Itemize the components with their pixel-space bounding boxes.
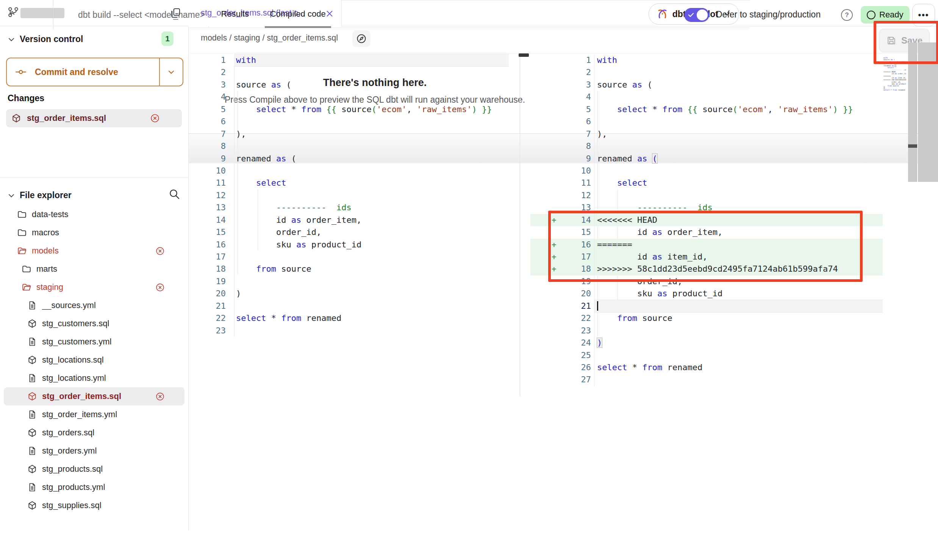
file-item-stg_products.yml[interactable]: stg_products.yml [4,478,184,496]
code-line[interactable]: 5 select * from {{ source('ecom', 'raw_i… [530,103,883,116]
code-line[interactable]: 22select * from renamed [188,312,509,324]
commit-and-resolve-main[interactable]: Commit and resolve [7,58,159,86]
file-item-stg_customers.yml[interactable]: stg_customers.yml [4,333,184,351]
code-line[interactable]: 23 [530,325,883,337]
code-line[interactable]: 25 [530,349,883,361]
commit-and-resolve-button[interactable]: Commit and resolve [6,58,183,86]
help-icon[interactable]: ? [841,9,853,21]
code-line[interactable]: 27 [530,374,883,386]
code-line[interactable]: 4 [530,91,883,103]
code-line[interactable]: 21 [530,300,883,312]
file-item-macros[interactable]: macros [4,224,184,242]
code-line[interactable]: 8 [530,140,883,152]
code-line[interactable]: 13 ---------- ids [530,202,883,214]
more-options-button[interactable]: ••• [912,4,935,27]
code-line[interactable]: +17 id as item_id, [530,251,883,263]
command-input[interactable] [57,2,609,27]
file-item-stg_orders.sql[interactable]: stg_orders.sql [4,424,184,442]
code-line[interactable]: 3source as ( [530,79,883,91]
file-item-stg_order_items.yml[interactable]: stg_order_items.yml [4,405,184,424]
code-line[interactable]: 22 from source [530,312,883,324]
code-line[interactable]: 17 [188,251,509,263]
chevron-down-icon[interactable] [7,35,16,44]
code-line[interactable]: 12 [188,189,509,202]
file-item-stg_products.sql[interactable]: stg_products.sql [4,460,184,478]
line-number: 22 [563,312,591,324]
lineage-icon[interactable] [352,30,371,47]
doc-icon [27,482,37,492]
code-line[interactable]: 6 [188,116,509,128]
code-line[interactable]: 9renamed as ( [530,153,883,165]
file-item-stg_locations.sql[interactable]: stg_locations.sql [4,351,184,369]
code-line[interactable]: 10 [530,165,883,177]
conflict-icon[interactable] [155,392,165,401]
folderopen-icon [17,246,27,256]
file-item-marts[interactable]: marts [4,260,184,278]
file-item-__sources.yml[interactable]: __sources.yml [4,296,184,314]
chevron-down-icon[interactable] [7,191,16,200]
code-line[interactable]: 15 id as order_item, [530,226,883,238]
file-item-stg_orders.yml[interactable]: stg_orders.yml [4,442,184,460]
code-line[interactable]: 11 select [530,177,883,189]
pane-scrollbar-thumb[interactable] [519,53,529,57]
code-line[interactable]: 1with [530,54,883,66]
conflict-icon[interactable] [155,246,165,256]
editor-pane-working[interactable]: 1with23source as (45 select * from {{ so… [188,53,509,397]
editor-pane-conflict[interactable]: 1with23source as (45 select * from {{ so… [530,53,883,397]
code-line[interactable]: 23 [188,325,509,337]
line-number: 12 [563,189,591,202]
minimap-scrollbar-thumb[interactable] [908,144,917,148]
code-line[interactable]: 7), [530,128,883,140]
code-line[interactable]: 26select * from renamed [530,361,883,374]
code-line[interactable]: 21 [188,300,509,312]
version-control-badge: 1 [161,31,174,46]
editor-scrollbar[interactable] [918,42,938,182]
code-line[interactable]: 14 id as order_item, [188,214,509,226]
code-line[interactable]: 6 [530,116,883,128]
code-line[interactable]: 8 [188,140,509,152]
minimap-scrollbar-track[interactable] [908,42,917,182]
conflict-icon[interactable] [150,113,160,123]
code-line[interactable]: 7), [188,128,509,140]
code-line[interactable]: 12 [530,189,883,202]
code-line[interactable]: 11 select [188,177,509,189]
code-line[interactable]: 5 select * from {{ source('ecom', 'raw_i… [188,103,509,116]
code-line[interactable]: 24) [530,337,883,349]
file-item-data-tests[interactable]: data-tests [4,205,184,224]
code-line[interactable]: 1with [188,54,509,66]
code-line[interactable]: 20) [188,288,509,300]
code-line[interactable]: 15 order_id, [188,226,509,238]
conflict-icon[interactable] [155,283,165,292]
code-line[interactable]: 2 [188,66,509,78]
code-line[interactable]: 10 [188,165,509,177]
code-line[interactable]: 20 sku as product_id [530,288,883,300]
code-line[interactable]: 16 sku as product_id [188,239,509,251]
line-number: 6 [188,116,234,128]
defer-toggle[interactable] [684,8,709,22]
code-line[interactable]: 19 order_id, [530,275,883,288]
commit-dropdown-button[interactable] [159,58,183,86]
file-item-stg_locations.yml[interactable]: stg_locations.yml [4,369,184,387]
status-badge[interactable]: Ready [861,6,910,23]
code-line[interactable]: +16======= [530,239,883,251]
code-line[interactable]: 2 [530,66,883,78]
code-line[interactable]: +18>>>>>>> 58c1dd23d5eebd9cd2495fa7124ab… [530,263,883,275]
file-item-stg_customers.sql[interactable]: stg_customers.sql [4,314,184,333]
status-circle-icon [867,11,875,19]
code-line[interactable]: 19 [188,275,509,288]
expand-history-button[interactable]: ^ [10,9,14,21]
code-line[interactable]: 13 ---------- ids [188,202,509,214]
code-line[interactable]: 4 [188,91,509,103]
file-item-models[interactable]: models [4,242,184,260]
search-icon[interactable] [168,188,180,200]
file-item-stg_supplies.sql[interactable]: stg_supplies.sql [4,496,184,515]
file-item-stg_order_items.sql[interactable]: stg_order_items.sql [4,387,184,405]
code-line[interactable]: 3source as ( [188,79,509,91]
code-line[interactable]: +14<<<<<<< HEAD [530,214,883,226]
minimap[interactable]: withsource as ( select * from {{ source(… [883,57,906,182]
pane-scrollbar-track[interactable] [520,53,520,396]
file-item-staging[interactable]: staging [4,278,184,296]
code-line[interactable]: 9renamed as ( [188,153,509,165]
code-line[interactable]: 18 from source [188,263,509,275]
changed-file-row[interactable]: stg_order_items.sql [6,109,182,127]
